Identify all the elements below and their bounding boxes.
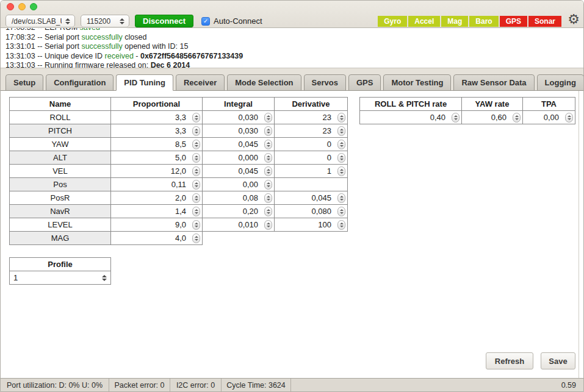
input-tpa[interactable]: 0,00 <box>523 111 575 124</box>
stepper-icon[interactable] <box>264 126 272 136</box>
input-yaw-integral[interactable]: 0,045 <box>203 138 275 151</box>
profile-value: 1 <box>13 273 18 282</box>
input-navr-derivative[interactable]: 0,080 <box>275 205 348 218</box>
stepper-icon[interactable] <box>452 113 460 123</box>
stepper-icon[interactable] <box>337 113 345 123</box>
connection-toolbar: /dev/cu.SLAB_US 115200 Disconnect ✓ Auto… <box>5 15 262 27</box>
select-arrows-icon <box>120 18 124 24</box>
status-port-utilization: Port utilization: D: 0% U: 0% <box>1 379 109 391</box>
tab-configuration[interactable]: Configuration <box>46 74 114 91</box>
input-level-proportional[interactable]: 9,0 <box>111 218 203 232</box>
empty-cell <box>275 178 348 191</box>
input-roll-derivative[interactable]: 23 <box>275 111 348 124</box>
tab-mode-selection[interactable]: Mode Selection <box>227 74 301 91</box>
stepper-icon[interactable] <box>264 140 272 149</box>
tab-raw-sensor-data[interactable]: Raw Sensor Data <box>453 74 534 91</box>
stepper-icon[interactable] <box>264 193 272 203</box>
input-vel-proportional[interactable]: 12,0 <box>111 165 203 178</box>
input-yaw-rate[interactable]: 0,60 <box>462 111 523 124</box>
zoom-window-icon[interactable] <box>30 3 37 10</box>
app-window: /dev/cu.SLAB_US 115200 Disconnect ✓ Auto… <box>0 0 584 392</box>
stepper-icon[interactable] <box>192 233 200 243</box>
save-button[interactable]: Save <box>541 352 575 369</box>
stepper-icon[interactable] <box>192 126 200 136</box>
select-arrows-icon <box>65 18 70 24</box>
stepper-icon[interactable] <box>337 140 345 149</box>
input-roll-proportional[interactable]: 3,3 <box>111 111 203 124</box>
sensor-accel: Accel <box>408 16 440 27</box>
input-vel-derivative[interactable]: 1 <box>275 165 348 178</box>
input-posr-integral[interactable]: 0,08 <box>203 191 275 205</box>
serial-port-select[interactable]: /dev/cu.SLAB_US <box>5 15 75 27</box>
table-row: PITCH 3,3 0,030 23 <box>10 124 348 138</box>
input-alt-integral[interactable]: 0,000 <box>203 151 275 165</box>
stepper-icon[interactable] <box>264 166 272 176</box>
input-alt-proportional[interactable]: 5,0 <box>111 151 203 165</box>
sensor-gps: GPS <box>500 16 527 27</box>
auto-connect-checkbox[interactable]: ✓ <box>201 17 210 26</box>
stepper-icon[interactable] <box>337 153 345 163</box>
minimize-window-icon[interactable] <box>18 3 26 10</box>
input-pitch-integral[interactable]: 0,030 <box>203 124 275 138</box>
stepper-icon[interactable] <box>337 207 345 216</box>
tab-pid-tuning[interactable]: PID Tuning <box>116 74 173 91</box>
stepper-icon[interactable] <box>337 220 345 230</box>
input-level-integral[interactable]: 0,010 <box>203 218 275 232</box>
stepper-icon[interactable] <box>192 113 200 123</box>
stepper-icon[interactable] <box>264 113 272 123</box>
pid-tuning-content: Name Proportional Integral Derivative RO… <box>1 91 583 379</box>
input-roll-pitch-rate[interactable]: 0,40 <box>360 111 462 124</box>
tab-servos[interactable]: Servos <box>304 74 346 91</box>
stepper-icon[interactable] <box>192 207 200 216</box>
profile-select[interactable]: 1 <box>10 272 110 284</box>
input-alt-derivative[interactable]: 0 <box>275 151 348 165</box>
input-roll-integral[interactable]: 0,030 <box>203 111 275 124</box>
close-window-icon[interactable] <box>7 3 14 10</box>
row-label-mag: MAG <box>10 232 111 245</box>
stepper-icon[interactable] <box>264 207 272 216</box>
input-pos-proportional[interactable]: 0,11 <box>111 178 203 191</box>
input-navr-proportional[interactable]: 1,4 <box>111 205 203 218</box>
stepper-icon[interactable] <box>192 193 200 203</box>
stepper-icon[interactable] <box>337 193 345 203</box>
input-level-derivative[interactable]: 100 <box>275 218 348 232</box>
stepper-icon[interactable] <box>264 153 272 163</box>
stepper-icon[interactable] <box>192 140 200 149</box>
tab-setup[interactable]: Setup <box>5 74 43 91</box>
stepper-icon[interactable] <box>337 166 345 176</box>
tab-logging[interactable]: Logging <box>537 74 584 91</box>
stepper-icon[interactable] <box>192 180 200 190</box>
profile-header: Profile <box>10 258 111 271</box>
stepper-icon[interactable] <box>192 166 200 176</box>
input-yaw-derivative[interactable]: 0 <box>275 138 348 151</box>
input-posr-derivative[interactable]: 0,045 <box>275 191 348 205</box>
input-yaw-proportional[interactable]: 8,5 <box>111 138 203 151</box>
table-row: 1 <box>10 271 111 285</box>
input-pos-integral[interactable]: 0,00 <box>203 178 275 191</box>
tab-motor-testing[interactable]: Motor Testing <box>383 74 451 91</box>
stepper-icon[interactable] <box>264 180 272 190</box>
input-mag-proportional[interactable]: 4,0 <box>111 232 203 245</box>
col-header-derivative: Derivative <box>275 98 348 111</box>
status-packet-error: Packet error: 0 <box>109 379 170 391</box>
stepper-icon[interactable] <box>337 126 345 136</box>
input-pitch-derivative[interactable]: 23 <box>275 124 348 138</box>
refresh-button[interactable]: Refresh <box>486 352 533 369</box>
tab-receiver[interactable]: Receiver <box>176 74 225 91</box>
baud-rate-select[interactable]: 115200 <box>81 15 129 27</box>
input-vel-integral[interactable]: 0,045 <box>203 165 275 178</box>
input-navr-integral[interactable]: 0,20 <box>203 205 275 218</box>
tab-gps[interactable]: GPS <box>348 74 381 91</box>
sensor-baro: Baro <box>469 16 498 27</box>
sensor-mag: Mag <box>441 16 468 27</box>
stepper-icon[interactable] <box>264 220 272 230</box>
gear-icon[interactable]: ⚙ <box>568 12 580 27</box>
stepper-icon[interactable] <box>565 113 573 123</box>
input-pitch-proportional[interactable]: 3,3 <box>111 124 203 138</box>
stepper-icon[interactable] <box>513 113 521 123</box>
disconnect-button[interactable]: Disconnect <box>135 15 193 27</box>
input-posr-proportional[interactable]: 2,0 <box>111 191 203 205</box>
stepper-icon[interactable] <box>192 153 200 163</box>
stepper-icon[interactable] <box>192 220 200 230</box>
status-cycle-time: Cycle Time: 3624 <box>222 379 291 391</box>
